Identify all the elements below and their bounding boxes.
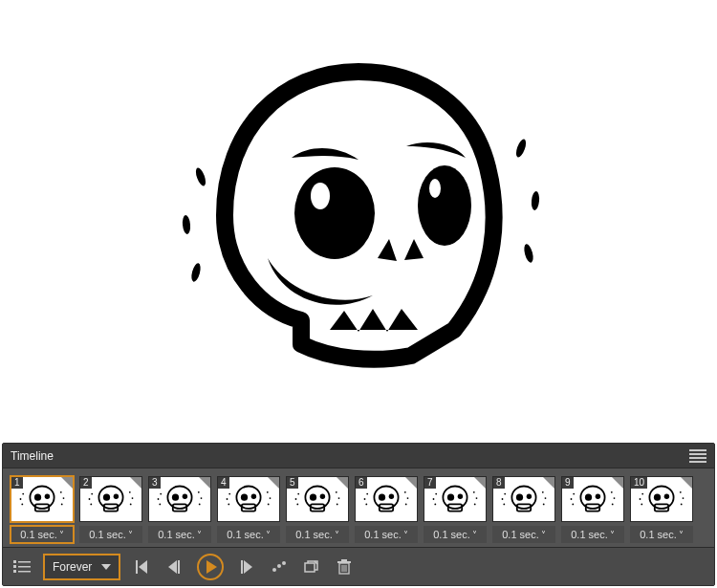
- svg-point-54: [297, 493, 299, 495]
- svg-point-76: [434, 504, 436, 506]
- svg-point-27: [129, 491, 131, 493]
- frame-delay-label: 0.1 sec.: [364, 529, 402, 540]
- frame-delay-label: 0.1 sec.: [433, 529, 470, 540]
- svg-rect-111: [18, 561, 31, 563]
- frame-delay-dropdown[interactable]: 0.1 sec.˅: [217, 526, 280, 543]
- svg-point-7: [514, 138, 528, 159]
- svg-point-99: [612, 504, 614, 506]
- previous-frame-button[interactable]: [164, 557, 184, 577]
- frame-thumb[interactable]: 9: [561, 476, 624, 522]
- frame-dogear-icon: [61, 477, 73, 489]
- frame-number: 9: [562, 477, 574, 489]
- frame-delay-dropdown[interactable]: 0.1 sec.˅: [424, 526, 487, 543]
- frame-number: 8: [493, 477, 505, 489]
- frame-thumb[interactable]: 4: [217, 476, 280, 522]
- chevron-down-icon: ˅: [335, 530, 339, 540]
- frame-delay-dropdown[interactable]: 0.1 sec.˅: [492, 526, 555, 543]
- delete-frame-button[interactable]: [335, 557, 354, 577]
- chevron-down-icon: ˅: [472, 530, 477, 540]
- svg-point-75: [433, 498, 435, 500]
- frame-thumb[interactable]: 3: [148, 476, 211, 522]
- frame-delay-dropdown[interactable]: 0.1 sec.˅: [286, 526, 349, 543]
- frame-thumbnail[interactable]: 9 0.1 sec.˅: [561, 476, 624, 543]
- frame-delay-label: 0.1 sec.: [89, 529, 126, 540]
- svg-point-95: [571, 498, 573, 500]
- frame-delay-dropdown[interactable]: 0.1 sec.˅: [630, 526, 693, 543]
- frame-delay-dropdown[interactable]: 0.1 sec.˅: [11, 526, 74, 543]
- svg-point-94: [573, 493, 575, 495]
- svg-point-96: [572, 504, 574, 506]
- svg-rect-114: [13, 570, 16, 573]
- frame-thumb[interactable]: 5: [286, 476, 349, 522]
- frame-thumb[interactable]: 8: [492, 476, 555, 522]
- frame-dogear-icon: [543, 477, 554, 489]
- frame-delay-dropdown[interactable]: 0.1 sec.˅: [561, 526, 624, 543]
- frame-thumbnail[interactable]: 8 0.1 sec.˅: [492, 476, 555, 543]
- svg-point-62: [379, 494, 385, 501]
- svg-point-33: [183, 494, 187, 499]
- svg-point-2: [311, 183, 330, 209]
- svg-point-43: [251, 494, 256, 499]
- frame-number: 6: [356, 477, 367, 489]
- frame-delay-label: 0.1 sec.: [502, 529, 539, 540]
- svg-point-107: [680, 491, 682, 493]
- first-frame-button[interactable]: [132, 557, 151, 577]
- svg-point-106: [641, 504, 642, 506]
- frame-thumb[interactable]: 1: [11, 476, 74, 522]
- frame-thumbnail[interactable]: 1 0.1 sec.˅: [11, 476, 74, 543]
- frame-number: 2: [80, 477, 92, 489]
- duplicate-frame-button[interactable]: [302, 557, 321, 577]
- svg-point-83: [527, 494, 532, 499]
- panel-menu-icon[interactable]: [689, 449, 706, 463]
- canvas-area[interactable]: [0, 0, 717, 430]
- svg-point-69: [405, 504, 407, 506]
- frame-thumbnail[interactable]: 6 0.1 sec.˅: [355, 476, 418, 543]
- frame-thumb[interactable]: 10: [630, 476, 693, 522]
- svg-point-59: [337, 504, 338, 506]
- svg-point-18: [63, 497, 65, 499]
- tween-button[interactable]: [270, 557, 289, 577]
- frame-dogear-icon: [681, 477, 692, 489]
- frame-thumbnail[interactable]: 10 0.1 sec.˅: [630, 476, 693, 543]
- svg-point-88: [545, 497, 547, 499]
- frame-thumbnail[interactable]: 4 0.1 sec.˅: [217, 476, 280, 543]
- frame-dogear-icon: [268, 477, 279, 489]
- svg-point-24: [91, 493, 93, 495]
- svg-point-0: [294, 167, 375, 259]
- loop-mode-select[interactable]: Forever: [45, 555, 119, 578]
- svg-point-8: [531, 191, 540, 211]
- svg-point-93: [596, 494, 600, 499]
- frame-delay-dropdown[interactable]: 0.1 sec.˅: [148, 526, 211, 543]
- frame-delay-dropdown[interactable]: 0.1 sec.˅: [355, 526, 418, 543]
- chevron-down-icon: ˅: [610, 530, 615, 540]
- svg-point-57: [336, 491, 337, 493]
- svg-point-102: [654, 494, 661, 501]
- frame-thumbnail[interactable]: 7 0.1 sec.˅: [424, 476, 487, 543]
- svg-rect-122: [341, 559, 347, 561]
- frame-thumbnail[interactable]: 3 0.1 sec.˅: [148, 476, 211, 543]
- next-frame-button[interactable]: [237, 557, 256, 577]
- frame-number: 7: [424, 477, 436, 489]
- frame-delay-dropdown[interactable]: 0.1 sec.˅: [79, 526, 142, 543]
- frame-thumbnail[interactable]: 5 0.1 sec.˅: [286, 476, 349, 543]
- timeline-title: Timeline: [11, 449, 54, 463]
- frame-thumb[interactable]: 7: [424, 476, 487, 522]
- frame-thumb[interactable]: 2: [79, 476, 142, 522]
- frame-thumb[interactable]: 6: [355, 476, 418, 522]
- svg-point-3: [429, 179, 441, 198]
- play-button[interactable]: [197, 554, 224, 580]
- svg-point-29: [130, 504, 132, 506]
- svg-point-28: [132, 497, 134, 499]
- svg-rect-112: [13, 565, 16, 568]
- frame-thumbnail[interactable]: 2 0.1 sec.˅: [79, 476, 142, 543]
- frame-number: 1: [11, 477, 23, 489]
- svg-point-38: [201, 497, 203, 499]
- svg-point-87: [542, 491, 544, 493]
- convert-timeline-icon[interactable]: [12, 557, 32, 577]
- svg-point-70: [443, 487, 467, 509]
- svg-point-80: [511, 487, 535, 509]
- chevron-down-icon: ˅: [541, 530, 546, 540]
- frame-delay-label: 0.1 sec.: [158, 529, 195, 540]
- svg-rect-113: [18, 566, 31, 568]
- svg-point-6: [190, 262, 203, 282]
